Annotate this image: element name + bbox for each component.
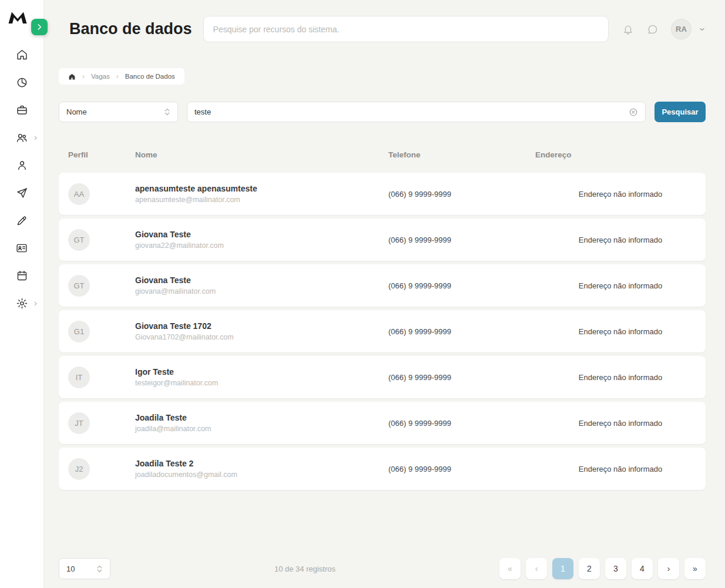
candidate-address: Endereço não informado [535, 373, 706, 382]
chevron-down-icon[interactable] [699, 26, 706, 33]
table-row[interactable]: J2 Joadila Teste 2 joadiladocumentos@gma… [59, 448, 706, 490]
candidate-name: apenasumteste apenasumteste [135, 184, 388, 193]
page-size-select[interactable]: 10 [59, 558, 110, 579]
sidebar [0, 0, 44, 588]
sidebar-item-settings[interactable] [0, 290, 43, 317]
search-button[interactable]: Pesquisar [654, 102, 706, 122]
name-cell: Giovana Teste 1702 Giovana1702@mailinato… [135, 321, 388, 341]
table-row[interactable]: AA apenasumteste apenasumteste apenasumt… [59, 173, 706, 215]
sidebar-item-communications[interactable] [0, 179, 43, 207]
candidate-email: apenasumteste@mailinator.com [135, 196, 388, 204]
name-cell: Joadila Teste 2 joadiladocumentos@gmail.… [135, 459, 388, 479]
profile-cell: GT [59, 229, 135, 251]
calendar-icon [16, 270, 28, 282]
candidate-phone: (066) 9 9999-9999 [388, 373, 535, 382]
column-header-nome: Nome [135, 150, 388, 159]
candidate-email: joadiladocumentos@gmail.com [135, 471, 388, 479]
bell-icon [622, 23, 634, 35]
pagination-page-4[interactable]: 4 [632, 558, 653, 579]
candidate-phone: (066) 9 9999-9999 [388, 419, 535, 428]
candidate-address: Endereço não informado [535, 281, 706, 290]
breadcrumb-separator: › [82, 72, 85, 80]
candidate-name: Igor Teste [135, 367, 388, 377]
candidate-list: AA apenasumteste apenasumteste apenasumt… [59, 173, 706, 493]
users-icon [15, 132, 28, 144]
pagination-page-2[interactable]: 2 [579, 558, 600, 579]
table-row[interactable]: GT Giovana Teste giovana22@mailinator.co… [59, 219, 706, 261]
sidebar-item-evaluations[interactable] [0, 207, 43, 234]
candidate-avatar: AA [68, 183, 90, 205]
profile-cell: JT [59, 412, 135, 434]
candidate-name: Joadila Teste 2 [135, 459, 388, 468]
candidate-phone: (066) 9 9999-9999 [388, 236, 535, 244]
candidate-name: Giovana Teste 1702 [135, 321, 388, 331]
page-size-value: 10 [66, 565, 75, 573]
sidebar-item-dashboard[interactable] [0, 69, 43, 96]
pagination-last-button[interactable]: » [684, 558, 706, 579]
breadcrumb: › Vagas › Banco de Dados [59, 68, 184, 85]
filter-field-select[interactable]: Nome [59, 102, 178, 122]
candidate-address: Endereço não informado [535, 190, 706, 199]
pagination-next-button[interactable]: › [658, 558, 679, 579]
candidate-email: Giovana1702@mailinator.com [135, 333, 388, 341]
table-row[interactable]: GT Giovana Teste giovana@mailinator.com … [59, 264, 706, 307]
candidate-address: Endereço não informado [535, 327, 706, 336]
user-avatar[interactable]: RA [671, 19, 692, 39]
candidate-name: Giovana Teste [135, 275, 388, 285]
candidate-avatar: G1 [68, 321, 90, 342]
candidate-phone: (066) 9 9999-9999 [388, 190, 535, 199]
pie-chart-icon [16, 76, 28, 89]
name-cell: Giovana Teste giovana@mailinator.com [135, 275, 388, 295]
candidate-email: giovana@mailinator.com [135, 287, 388, 295]
sidebar-item-candidates[interactable] [0, 124, 43, 152]
page-title: Banco de dados [69, 20, 192, 38]
name-cell: Giovana Teste giovana22@mailinator.com [135, 230, 388, 250]
send-icon [16, 187, 28, 199]
breadcrumb-item-vagas[interactable]: Vagas [91, 73, 110, 80]
table-row[interactable]: G1 Giovana Teste 1702 Giovana1702@mailin… [59, 310, 706, 352]
candidate-avatar: J2 [68, 458, 90, 480]
sidebar-item-jobs[interactable] [0, 96, 43, 124]
sidebar-item-calendar[interactable] [0, 262, 43, 290]
notifications-button[interactable] [618, 19, 638, 39]
global-search-input[interactable] [213, 25, 599, 34]
pagination-first-button[interactable]: « [499, 558, 521, 579]
profile-cell: GT [59, 275, 135, 297]
home-icon[interactable] [68, 73, 76, 80]
pagination-page-1[interactable]: 1 [552, 558, 573, 579]
candidate-avatar: GT [68, 275, 90, 297]
chat-button[interactable] [643, 19, 663, 39]
user-icon [16, 159, 28, 172]
sidebar-item-profile[interactable] [0, 152, 43, 179]
filter-field-value: Nome [66, 107, 87, 116]
clear-search-button[interactable] [629, 107, 638, 117]
table-row[interactable]: IT Igor Teste testeigor@mailinator.com (… [59, 356, 706, 398]
select-stepper-icon [164, 107, 170, 116]
pen-icon [16, 214, 28, 227]
candidate-avatar: GT [68, 229, 90, 251]
filter-row: Nome Pesquisar [59, 102, 706, 122]
profile-cell: IT [59, 367, 135, 388]
sidebar-expand-button[interactable] [31, 19, 48, 35]
briefcase-icon [16, 104, 28, 116]
table-row[interactable]: JT Joadila Teste joadila@mailinator.com … [59, 402, 706, 444]
pagination-page-3[interactable]: 3 [605, 558, 626, 579]
name-cell: Igor Teste testeigor@mailinator.com [135, 367, 388, 387]
sidebar-item-contacts[interactable] [0, 234, 43, 262]
chevron-right-icon [35, 23, 43, 31]
select-stepper-icon [96, 565, 103, 573]
sidebar-nav [0, 41, 43, 317]
candidate-avatar: JT [68, 412, 90, 434]
pagination: « ‹ 1 2 3 4 › » [499, 558, 706, 579]
pagination-prev-button[interactable]: ‹ [526, 558, 547, 579]
profile-cell: J2 [59, 458, 135, 480]
chevron-right-icon [33, 135, 38, 140]
candidate-address: Endereço não informado [535, 465, 706, 473]
app-logo [7, 11, 28, 28]
filter-search-input[interactable] [194, 107, 629, 116]
profile-cell: AA [59, 183, 135, 205]
sidebar-item-home[interactable] [0, 41, 43, 69]
chat-bubble-icon [647, 23, 659, 35]
table-header: Perfil Nome Telefone Endereço [59, 150, 706, 159]
candidate-avatar: IT [68, 367, 90, 388]
